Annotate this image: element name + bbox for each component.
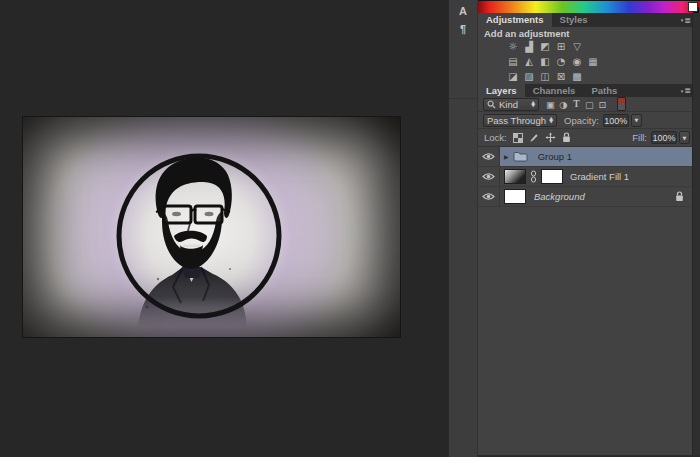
lock-pixels-brush-icon[interactable]: [529, 133, 539, 143]
filter-type-layers-icon[interactable]: T: [570, 99, 583, 109]
adjustment-icon-grid: ☼ ▟ ◩ ⊞ ▽ ▤ ◭ ◧ ◔ ◉ ▦ ◪ ▨ ◫: [505, 39, 601, 84]
blend-mode-row: Pass Through ▲▼ Opacity: 100% ▼: [478, 112, 692, 129]
background-lock-icon: [675, 191, 684, 202]
opacity-field[interactable]: 100%: [603, 114, 629, 127]
adjustment-selective-color-icon[interactable]: ⊠: [553, 69, 569, 84]
adjustment-threshold-icon[interactable]: ◫: [537, 69, 553, 84]
adjustment-levels-icon[interactable]: ▟: [521, 39, 537, 54]
character-panel-icon[interactable]: A: [449, 2, 477, 20]
fill-dropdown-button[interactable]: ▼: [679, 131, 690, 144]
visibility-eye-icon[interactable]: [478, 187, 500, 206]
dock-divider: [449, 98, 477, 99]
filter-kind-dropdown[interactable]: Kind ▲▼: [483, 98, 539, 111]
layer-mask-thumbnail[interactable]: [541, 169, 563, 184]
portrait-artwork: [23, 117, 400, 337]
photoshop-window: A ¶ Adjustments Styles ▾≣ Add an adjustm…: [0, 0, 700, 457]
tab-channels[interactable]: Channels: [525, 84, 584, 97]
adjustment-black-white-icon[interactable]: ◧: [537, 54, 553, 69]
filter-shape-layers-icon[interactable]: ▢: [583, 99, 596, 110]
lock-transparency-icon[interactable]: [513, 133, 523, 143]
layers-tabbar: Layers Channels Paths ▾≣: [478, 84, 700, 97]
adjustment-color-lookup-icon[interactable]: ▦: [585, 54, 601, 69]
canvas-area: [0, 0, 448, 457]
color-ramp[interactable]: [478, 0, 700, 13]
adjustment-brightness-contrast-icon[interactable]: ☼: [505, 39, 521, 54]
layer-row-background[interactable]: Background: [478, 187, 692, 207]
adjustment-photo-filter-icon[interactable]: ◔: [553, 54, 569, 69]
layer-filter-toggle[interactable]: [617, 97, 626, 111]
white-swatch[interactable]: [688, 2, 698, 12]
layer-filter-row: Kind ▲▼ ▣ ◑ T ▢ ⊡: [478, 97, 692, 112]
adjustment-invert-icon[interactable]: ◪: [505, 69, 521, 84]
background-thumbnail[interactable]: [504, 189, 526, 204]
adjustments-panel-menu-icon[interactable]: ▾≣: [681, 13, 691, 27]
adjustment-vibrance-icon[interactable]: ▽: [569, 39, 585, 54]
document-canvas[interactable]: [23, 117, 400, 337]
filter-smart-objects-icon[interactable]: ⊡: [596, 99, 609, 110]
adjustments-tabbar: Adjustments Styles ▾≣: [478, 13, 700, 27]
tab-layers[interactable]: Layers: [478, 84, 525, 97]
tab-paths[interactable]: Paths: [583, 84, 625, 97]
filter-pixel-layers-icon[interactable]: ▣: [544, 99, 557, 110]
lock-position-move-icon[interactable]: [545, 132, 556, 143]
visibility-eye-icon[interactable]: [478, 167, 500, 186]
adjustment-color-balance-icon[interactable]: ◭: [521, 54, 537, 69]
add-adjustment-label: Add an adjustment: [484, 28, 570, 39]
blend-mode-dropdown[interactable]: Pass Through ▲▼: [483, 114, 557, 127]
dropdown-arrows-icon: ▲▼: [549, 117, 553, 124]
lock-all-icon[interactable]: [562, 132, 571, 143]
opacity-dropdown-button[interactable]: ▼: [631, 114, 642, 127]
visibility-eye-icon[interactable]: [478, 147, 500, 166]
layer-name: Gradient Fill 1: [570, 171, 629, 182]
layer-name: Background: [534, 191, 585, 202]
adjustment-exposure-icon[interactable]: ⊞: [553, 39, 569, 54]
fill-field[interactable]: 100%: [651, 131, 677, 144]
filter-adjustment-layers-icon[interactable]: ◑: [557, 99, 570, 110]
adjustments-panel: Add an adjustment ☼ ▟ ◩ ⊞ ▽ ▤ ◭ ◧ ◔ ◉ ▦: [478, 27, 692, 84]
tab-styles[interactable]: Styles: [552, 13, 596, 27]
lock-row: Lock: Fill: 100% ▼: [478, 129, 692, 147]
dropdown-arrows-icon: ▲▼: [531, 101, 535, 108]
tab-adjustments[interactable]: Adjustments: [478, 13, 552, 27]
panel-column: Adjustments Styles ▾≣ Add an adjustment …: [478, 0, 700, 457]
panel-scrollbar[interactable]: [692, 13, 700, 457]
fill-label: Fill:: [632, 132, 647, 143]
group-expander-icon[interactable]: ▶: [504, 153, 509, 160]
adjustment-curves-icon[interactable]: ◩: [537, 39, 553, 54]
folder-icon: [513, 151, 528, 162]
adjustment-hue-saturation-icon[interactable]: ▤: [505, 54, 521, 69]
layers-panel-menu-icon[interactable]: ▾≣: [681, 84, 691, 97]
gradient-thumbnail[interactable]: [504, 169, 526, 184]
layers-list: ▶ Group 1 Gradient Fill 1: [478, 147, 692, 207]
mask-link-icon[interactable]: [530, 170, 537, 183]
collapsed-panel-dock: A ¶: [448, 0, 478, 457]
filter-kind-label: Kind: [499, 99, 518, 110]
blend-mode-value: Pass Through: [487, 115, 546, 126]
lock-label: Lock:: [484, 132, 507, 143]
layer-row-gradient-fill-1[interactable]: Gradient Fill 1: [478, 167, 692, 187]
adjustment-posterize-icon[interactable]: ▨: [521, 69, 537, 84]
adjustment-gradient-map-icon[interactable]: ▩: [569, 69, 585, 84]
opacity-label: Opacity:: [564, 115, 599, 126]
layer-name: Group 1: [538, 151, 572, 162]
search-icon: [487, 100, 496, 109]
paragraph-panel-icon[interactable]: ¶: [449, 20, 477, 38]
layer-row-group-1[interactable]: ▶ Group 1: [478, 147, 692, 167]
adjustment-channel-mixer-icon[interactable]: ◉: [569, 54, 585, 69]
